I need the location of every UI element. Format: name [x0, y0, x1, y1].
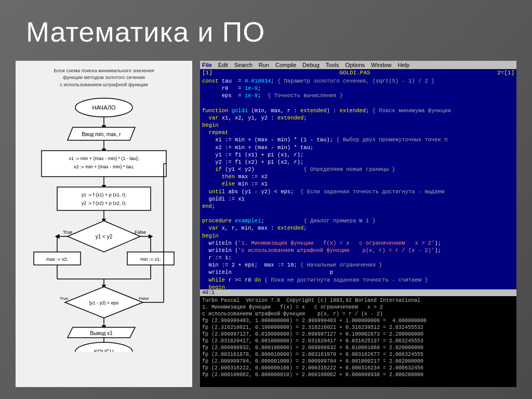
svg-text:min := x1;: min := x1;: [140, 257, 161, 262]
code-line: begin: [202, 284, 514, 289]
code-line: x2 := min + (max - min) * tau;: [202, 144, 514, 151]
menu-tools[interactable]: Tools: [326, 62, 339, 68]
titlebar-right: 2=[1]: [497, 70, 514, 76]
titlebar-center: GOLDI.PAS: [339, 70, 370, 76]
svg-text:НАЧАЛО: НАЧАЛО: [92, 104, 116, 111]
flowchart-title: Блок схема поиска минимального значения …: [22, 67, 186, 88]
code-titlebar: [1] GOLDI.PAS 2=[1]: [200, 69, 516, 76]
svg-rect-10: [57, 187, 151, 210]
code-line: y1 := f1 (x1) + p1 (x1, r);: [202, 151, 514, 158]
flowchart-panel: Блок схема поиска минимального значения …: [16, 61, 192, 387]
code-line: min := 2 + eps; max := 10; { Начальные о…: [202, 261, 514, 269]
svg-text:x1 := min + (max - min) * (1 -: x1 := min + (max - min) * (1 - tau);: [69, 156, 139, 161]
output-line-8: fp (2.003161879, 0.000010000) = 2.003161…: [202, 351, 514, 358]
svg-text:|y1 - y2| < eps: |y1 - y2| < eps: [89, 300, 119, 305]
slide-title: Математика и ПО: [26, 16, 506, 48]
output-line-2: с использованием штрафной функции p(x, r…: [202, 311, 514, 317]
svg-text:КОНЕЦ: КОНЕЦ: [94, 349, 114, 352]
svg-text:True: True: [63, 230, 72, 235]
code-line: until abs (y1 - y2) < eps; { Если заданн…: [202, 188, 514, 195]
svg-text:max := x2;: max := x2;: [46, 257, 68, 262]
code-line: x1 := min + (max - min) * (1 - tau); { В…: [202, 136, 514, 143]
code-line: begin: [202, 122, 514, 129]
code-line: function goldi (min, max, r : extended) …: [202, 107, 514, 114]
code-line: else min := x1: [202, 180, 514, 188]
code-line: goldi := x1: [202, 195, 514, 203]
code-line: const tau = 0.618034; { Параметр золотог…: [202, 77, 514, 85]
code-output: Turbo Pascal Version 7.0 Copyright (c) 1…: [200, 296, 516, 387]
svg-text:Ввод min, max, r: Ввод min, max, r: [82, 131, 121, 137]
code-line: var x, r, min, max : extended;: [202, 224, 514, 232]
code-line: [202, 210, 514, 217]
menu-help[interactable]: Help: [397, 62, 409, 68]
code-line: y2 := f1 (x2) + p1 (x2, r);: [202, 158, 514, 166]
output-line-9: fp (2.000999784, 0.000001000) = 2.000999…: [202, 358, 514, 365]
menu-debug[interactable]: Debug: [302, 62, 319, 68]
svg-text:Вывод x1: Вывод x1: [90, 330, 113, 336]
status-position: 40:1: [202, 290, 215, 296]
output-line-5: fp (2.099997127, 0.010000000) = 2.099997…: [202, 331, 514, 338]
svg-text:False: False: [139, 296, 149, 301]
slide-container: Математика и ПО Блок схема поиска минима…: [0, 0, 532, 399]
flowchart-svg: НАЧАЛО Ввод min, max, r x1 := min + (max…: [22, 92, 186, 352]
code-line: writeln p: [202, 269, 514, 276]
output-header: Turbo Pascal Version 7.0 Copyright (c) 1…: [202, 297, 514, 304]
output-line-11: fp (2.000100062, 0.000000010) = 2.000100…: [202, 371, 514, 378]
output-line-6: fp (2.031620417, 0.001000000) = 2.031620…: [202, 338, 514, 344]
content-area: Блок схема поиска минимального значения …: [0, 56, 532, 392]
output-line-1: 1. Минимизация функции f(x) = x с ограни…: [202, 304, 514, 311]
svg-text:y1 := f (x1) + p (x1, r);: y1 := f (x1) + p (x1, r);: [82, 192, 127, 197]
code-status-bar: 40:1: [200, 289, 516, 296]
code-line: if (y1 < y2) { Определяем новые границы …: [202, 166, 514, 173]
menu-edit[interactable]: Edit: [218, 62, 228, 68]
menu-window[interactable]: Window: [371, 62, 391, 68]
menu-search[interactable]: Search: [234, 62, 252, 68]
output-line-3: fp (2.999999403, 1.000000000) = 2.999999…: [202, 317, 514, 324]
code-menubar: File Edit Search Run Compile Debug Tools…: [200, 61, 516, 69]
code-line: procedure example1; { Диалог примера № 1…: [202, 217, 514, 224]
menu-compile[interactable]: Compile: [275, 62, 296, 68]
svg-text:x2 := min + (max - min) * tau;: x2 := min + (max - min) * tau;: [74, 164, 134, 169]
output-line-7: fp (2.009998932, 0.000100000) = 2.009998…: [202, 344, 514, 351]
code-line: eps = 1e-9; { Точность вычисления }: [202, 92, 514, 99]
code-line: while r >= r0 do { Пока не достигнута за…: [202, 276, 514, 284]
svg-text:False: False: [135, 230, 146, 235]
code-line: writeln ('с использованием штрафной функ…: [202, 247, 514, 254]
code-line: r := 1;: [202, 254, 514, 261]
svg-text:y1 < y2: y1 < y2: [96, 234, 113, 240]
code-panel: File Edit Search Run Compile Debug Tools…: [200, 61, 516, 387]
code-line: r0 = 1e-9;: [202, 85, 514, 92]
menu-options[interactable]: Options: [345, 62, 365, 68]
svg-text:True: True: [60, 296, 69, 301]
output-line-10: fp (2.000316222, 0.000000100) = 2.000316…: [202, 365, 514, 371]
svg-rect-6: [42, 151, 166, 177]
titlebar-left: [1]: [202, 70, 212, 76]
title-area: Математика и ПО: [0, 0, 532, 56]
code-line: repeat: [202, 129, 514, 136]
code-line: begin: [202, 232, 514, 240]
code-line: writeln ('1. Минимизация функции f(x) = …: [202, 240, 514, 247]
code-body[interactable]: const tau = 0.618034; { Параметр золотог…: [200, 76, 516, 289]
svg-text:y2 := f (x2) + p (x2, r);: y2 := f (x2) + p (x2, r);: [82, 201, 127, 206]
output-line-4: fp (2.316216021, 0.100000000) = 2.316216…: [202, 324, 514, 331]
code-line: end;: [202, 203, 514, 210]
code-line: var x1, x2, y1, y2 : extended;: [202, 114, 514, 122]
menu-run[interactable]: Run: [259, 62, 269, 68]
menu-file[interactable]: File: [202, 62, 212, 68]
code-line: [202, 100, 514, 107]
code-line: then max := x2: [202, 173, 514, 180]
